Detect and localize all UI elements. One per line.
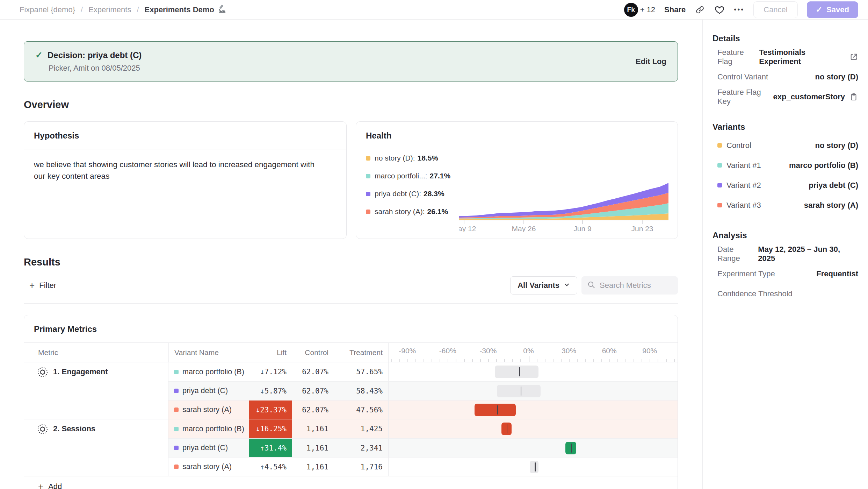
zero-line [529, 419, 529, 438]
details-sidebar: Details Feature Flag Testimonials Experi… [702, 20, 868, 489]
legend-swatch [366, 210, 370, 214]
variant-row[interactable]: marco portfolio (B)↓7.12%62.07%57.65% [168, 362, 678, 381]
avatar[interactable]: Fk [624, 3, 638, 17]
copy-clipboard-icon[interactable] [849, 92, 858, 101]
variant-row[interactable]: marco portfolio (B)↓16.25%1,1611,425 [168, 419, 678, 438]
confidence-interval-cell [388, 439, 678, 457]
hypothesis-title: Hypothesis [24, 122, 346, 149]
plus-icon: + [38, 482, 43, 489]
date-range-label: Date Range [713, 245, 758, 263]
external-link-icon[interactable] [849, 52, 858, 62]
legend-item-priya[interactable]: priya debt (C): 28.3% [366, 190, 457, 198]
breadcrumb-project[interactable]: Fixpanel {demo} [20, 5, 75, 14]
saved-label: Saved [826, 5, 849, 14]
microscope-icon [218, 4, 227, 15]
feature-flag-row: Feature Flag Testimonials Experiment [713, 47, 858, 67]
search-metrics-input[interactable] [600, 281, 670, 290]
health-card: Health no story (D): 18.5% marco portfol… [356, 121, 678, 239]
zero-line [529, 439, 529, 457]
treatment-value: 2,341 [334, 439, 388, 457]
variant-color-swatch [717, 183, 722, 187]
overview-heading: Overview [24, 98, 702, 111]
share-button[interactable]: Share [664, 5, 686, 14]
confidence-interval-bar[interactable] [475, 404, 516, 416]
breadcrumb-experiments[interactable]: Experiments [88, 5, 131, 14]
variant-name-cell: marco portfolio (B) [168, 362, 249, 381]
search-metrics-box[interactable] [581, 276, 678, 295]
confidence-interval-cell [388, 362, 678, 381]
add-metric-button[interactable]: + Add [24, 476, 678, 489]
variant-row[interactable]: priya debt (C)↓5.87%62.07%58.43% [168, 381, 678, 400]
edit-log-button[interactable]: Edit Log [636, 57, 666, 66]
saved-button[interactable]: ✓ Saved [807, 1, 858, 18]
collaborator-avatars[interactable]: Fk + 12 [624, 3, 655, 17]
check-icon: ✓ [816, 5, 822, 14]
variant-color-swatch [717, 203, 722, 207]
variant-color-swatch [174, 427, 179, 431]
svg-text:May 26: May 26 [512, 225, 536, 232]
variant-color-swatch [174, 370, 179, 374]
variant-row-1: Variant #1 marco portfolio (B) [713, 155, 858, 175]
control-value: 62.07% [292, 401, 334, 419]
variant-name: marco portfolio (B) [182, 368, 244, 376]
copy-link-icon[interactable] [695, 5, 705, 15]
primary-metrics-title: Primary Metrics [24, 315, 678, 343]
variant-value: priya debt (C) [809, 181, 858, 190]
more-menu-button[interactable]: ••• [734, 6, 744, 14]
divider [24, 303, 678, 304]
decision-title: Decision: priya debt (C) [48, 50, 142, 60]
control-value: 1,161 [292, 439, 334, 457]
legend-item-marco[interactable]: marco portfoli...: 27.1% [366, 172, 457, 180]
variant-row[interactable]: sarah story (A)↓23.37%62.07%47.56% [168, 400, 678, 419]
metric-cell[interactable]: 2. Sessions [24, 419, 168, 476]
breadcrumb-current-page[interactable]: Experiments Demo [145, 4, 227, 15]
variant-label: Variant #2 [726, 181, 761, 190]
hypothesis-body: we believe that showing customer stories… [24, 149, 328, 192]
variant-row-3: Variant #3 sarah story (A) [713, 195, 858, 215]
svg-text:Jun 9: Jun 9 [573, 225, 591, 232]
avatar-overflow-count: + 12 [640, 5, 655, 14]
variant-name-cell: sarah story (A) [168, 401, 249, 419]
control-value: 1,161 [292, 458, 334, 476]
health-legend: no story (D): 18.5% marco portfoli...: 2… [366, 151, 457, 232]
legend-swatch [366, 174, 370, 178]
favorite-heart-icon[interactable] [714, 5, 725, 15]
treatment-value: 1,716 [334, 458, 388, 476]
cancel-button[interactable]: Cancel [753, 1, 797, 18]
confidence-threshold-row: Confidence Threshold [713, 284, 858, 304]
zero-line [529, 458, 529, 476]
feature-flag-value[interactable]: Testimonials Experiment [759, 48, 845, 66]
confidence-interval-bar[interactable] [495, 366, 538, 378]
confidence-interval-bar[interactable] [530, 461, 539, 473]
add-filter-button[interactable]: + Filter [24, 281, 56, 290]
confidence-interval-cell [388, 419, 678, 438]
legend-swatch [366, 156, 370, 161]
variant-color-swatch [174, 446, 179, 450]
variants-dropdown[interactable]: All Variants [510, 276, 577, 295]
legend-swatch [366, 192, 370, 196]
metric-group: 2. Sessionsmarco portfolio (B)↓16.25%1,1… [24, 419, 678, 476]
page-title: Experiments Demo [145, 5, 214, 14]
legend-item-sarah[interactable]: sarah story (A): 26.1% [366, 207, 457, 216]
variant-row[interactable]: sarah story (A)↑4.54%1,1611,716 [168, 457, 678, 476]
main-content: ✓ Decision: priya debt (C) Picker, Amit … [0, 20, 702, 489]
variant-value: marco portfolio (B) [789, 161, 858, 170]
variant-row[interactable]: priya debt (C)↑31.4%1,1612,341 [168, 438, 678, 457]
lift-value: ↑31.4% [249, 439, 292, 457]
legend-item-no-story[interactable]: no story (D): 18.5% [366, 154, 457, 162]
breadcrumb-separator: / [137, 5, 139, 14]
control-value: 62.07% [292, 382, 334, 400]
table-header: Metric Variant Name Lift Control Treatme… [24, 343, 678, 362]
metric-cell[interactable]: 1. Engagement [24, 362, 168, 419]
legend-value: 28.3% [424, 190, 444, 198]
lift-marker [535, 462, 536, 472]
variant-color-swatch [174, 408, 179, 412]
control-variant-row: Control Variant no story (D) [713, 67, 858, 87]
col-treatment: Treatment [334, 348, 388, 357]
confidence-interval-bar[interactable] [497, 385, 541, 397]
confidence-interval-cell [388, 382, 678, 400]
date-range-row: Date Range May 12, 2025 – Jun 30, 2025 [713, 244, 858, 264]
lift-value: ↓23.37% [249, 401, 292, 419]
health-stacked-area-chart: May 12May 26Jun 9Jun 23 [457, 151, 668, 232]
variant-name: sarah story (A) [182, 405, 232, 414]
